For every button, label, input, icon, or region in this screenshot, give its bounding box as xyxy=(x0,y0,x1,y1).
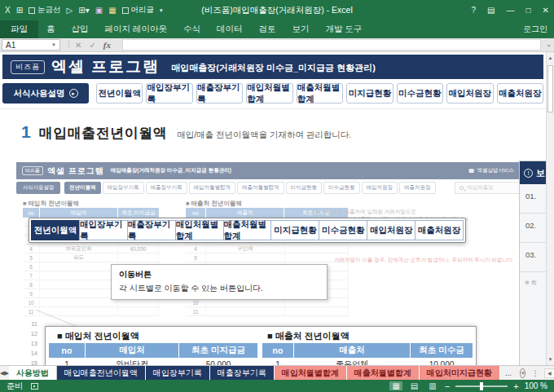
horizontal-scrollbar[interactable]: ◀ ▶ xyxy=(544,368,554,378)
minimize-icon[interactable]: — xyxy=(507,6,515,15)
nav-button[interactable]: 매입처원장 xyxy=(446,83,493,104)
ribbon-tab[interactable]: 홈 xyxy=(38,20,64,38)
header-divider xyxy=(0,108,554,109)
ribbon-tab[interactable]: 보기 xyxy=(284,20,317,38)
preview-search-text: 매입매출장 xyxy=(467,184,494,192)
program-banner: 비즈폼 엑셀 프로그램 매입매출장(거래처원장 미수금_미지급금 현황관리) xyxy=(2,55,543,79)
sheet-tab-sales-ledger[interactable]: 매출장부기록 xyxy=(210,366,275,380)
nav-button[interactable]: 매출처월별합계 xyxy=(297,83,343,104)
scroll-up-icon[interactable]: ▲ xyxy=(547,52,554,64)
nav-button[interactable]: 매출처원장 xyxy=(497,83,543,104)
ribbon-tab[interactable]: 개발 도구 xyxy=(317,20,370,38)
nav-button[interactable]: 전년이월액 xyxy=(96,83,143,104)
namebox-dropdown-icon[interactable]: ▼ xyxy=(51,42,56,47)
preview-search-box: 매입매출장 xyxy=(455,182,520,194)
preview-purchase-title: ■ 매입처 전년이월액 xyxy=(23,200,160,208)
search-icon xyxy=(459,186,464,190)
nav-button[interactable]: 미지급현황 xyxy=(346,83,393,104)
ribbon-tab[interactable]: 수식 xyxy=(175,20,209,38)
zoom-slider[interactable] xyxy=(455,385,508,387)
close-icon[interactable]: ✕ xyxy=(543,6,549,15)
confirm-entry-icon[interactable]: ✓ xyxy=(89,41,95,50)
guide-button[interactable]: 서식사용설명▸ xyxy=(2,83,89,104)
name-box[interactable]: A1▼ xyxy=(2,39,60,51)
sheet-tab-carryover[interactable]: 매입매출전년이월액 xyxy=(57,366,146,380)
gridlines-toggle[interactable]: 눈금선 xyxy=(29,5,61,15)
preview-warning-text: 거래처명이 다를 경우, 잔액계산 오류가 발생하니, 주의하여 주시기 바랍니… xyxy=(334,257,520,264)
ribbon-tab[interactable]: 데이터 xyxy=(209,20,251,38)
side-panel-header: ! 보 xyxy=(520,161,546,184)
preview-nav-button: 매입처월별합계 xyxy=(189,182,236,194)
sheet-tab-purchase-monthly[interactable]: 매입처월별합계 xyxy=(275,366,347,380)
ribbon-tab[interactable]: 검토 xyxy=(250,20,284,38)
macro-record-icon[interactable] xyxy=(31,383,38,390)
side-panel-item[interactable]: 03. xyxy=(520,243,546,272)
sheet-tab-purchase-ledger[interactable]: 매입장부기록 xyxy=(146,366,210,380)
side-panel-list: 01.02.03. xyxy=(520,184,546,272)
nav-button[interactable]: 미수금현황 xyxy=(397,83,443,104)
status-bar: 준비 ▦ ▤ ▥ − + 100 % xyxy=(0,380,554,392)
add-sheet-icon[interactable]: + xyxy=(520,368,525,378)
preview-nav-button: 매출장부기록 xyxy=(146,182,187,194)
qat-menu-icon[interactable]: ▾ xyxy=(160,7,163,13)
zoom-out-icon[interactable]: − xyxy=(445,381,450,391)
side-panel: ! 보 01.02.03. ※ 최 xyxy=(519,161,546,375)
scroll-down-icon[interactable]: ▼ xyxy=(547,354,554,365)
vertical-scrollbar-thumb[interactable] xyxy=(547,65,553,112)
zoom-level[interactable]: 100 % xyxy=(525,381,547,390)
zoom-slider-thumb[interactable] xyxy=(480,382,483,390)
sheet-tab-usage[interactable]: 사용방법 xyxy=(9,366,57,380)
formula-input[interactable] xyxy=(122,39,541,51)
header-toggle[interactable]: 머리글 xyxy=(122,5,155,15)
gridlines-checkbox[interactable] xyxy=(29,7,35,14)
sheet-tab-sales-monthly[interactable]: 매출처월별합계 xyxy=(347,366,420,380)
login-link[interactable]: 로그인 xyxy=(523,20,547,38)
normal-view-icon[interactable]: ▦ xyxy=(389,381,402,390)
nav-button[interactable]: 매출장부기록 xyxy=(196,83,243,104)
more-sheets-indicator[interactable]: ... xyxy=(500,366,517,380)
grid-row-number: 14 xyxy=(24,350,37,359)
vertical-scrollbar[interactable]: ▲ ▼ xyxy=(546,52,554,365)
preview-table-row: 4 파워포인트 40,000 xyxy=(23,244,160,253)
help-icon[interactable]: ? xyxy=(472,6,477,15)
tooltip-title: 이동버튼 xyxy=(119,269,319,280)
ribbon-tab[interactable]: 파일 xyxy=(0,20,38,38)
preview-sales-title: ■ 매출처 전년이월액 xyxy=(186,200,349,208)
header-checkbox[interactable] xyxy=(122,7,129,14)
nav-button[interactable]: 매입장부기록 xyxy=(146,83,192,104)
pointer-icon[interactable]: ▷ xyxy=(67,7,73,15)
title-bar: X ⊞ 눈금선 ▷ ⊞▾ ▣ ▦ 머리글 ▾ (비즈폼)매입매출장(거래처원장)… xyxy=(0,0,554,20)
ribbon-tab[interactable]: 페이지 레이아웃 xyxy=(97,20,175,38)
save-icon[interactable]: ▣ xyxy=(95,7,103,15)
preview-table-row: 5 워드 xyxy=(23,253,160,262)
formula-bar-expand-icon[interactable]: ⌄ xyxy=(546,41,552,48)
cancel-entry-icon[interactable]: ✕ xyxy=(75,41,81,50)
window-title: (비즈폼)매입매출장(거래처원장) - Excel xyxy=(201,5,353,16)
scroll-left-icon[interactable]: ◀ xyxy=(545,370,553,376)
ribbon-options-icon[interactable]: ▤ xyxy=(487,6,495,15)
restore-icon[interactable]: □ xyxy=(526,6,531,15)
callout-nav-button: 매입처원장 xyxy=(367,220,416,240)
insert-function-icon[interactable]: fx xyxy=(103,40,111,50)
side-panel-item[interactable]: 02. xyxy=(520,214,546,243)
zoom-in-icon[interactable]: + xyxy=(513,381,518,391)
ribbon-tab[interactable]: 삽입 xyxy=(64,20,97,38)
quick-access-toolbar: X ⊞ 눈금선 ▷ ⊞▾ ▣ ▦ 머리글 ▾ xyxy=(5,0,163,20)
page-layout-view-icon[interactable]: ▤ xyxy=(408,381,420,390)
preview-service-link: ☎엑셀상담서비스 xyxy=(468,167,514,174)
section-heading: 1 매입매출전년이월액 매입/매출 전년이월액을 기재하여 관리합니다. xyxy=(21,122,351,143)
page-break-view-icon[interactable]: ▥ xyxy=(426,381,438,390)
grid-row-number: 11 xyxy=(24,320,37,330)
preview-brand-badge: 비즈폼 xyxy=(22,166,43,175)
preview-nav-button: 매입처원장 xyxy=(362,182,398,194)
nav-button[interactable]: 매입처월별합계 xyxy=(246,83,292,104)
sheet-tab-payables[interactable]: 매입처미지급현황 xyxy=(420,366,500,380)
table-icon[interactable]: ▦ xyxy=(108,7,116,15)
magnified-sales-title: ■ 매출처 전년이월액 xyxy=(267,330,350,342)
callout-nav-button: 매출처월별합계 xyxy=(223,220,272,240)
side-panel-item[interactable]: 01. xyxy=(520,184,546,214)
borders-icon[interactable]: ⊞▾ xyxy=(78,7,89,15)
preview-nav-button: 미수금현황 xyxy=(323,182,360,194)
lightbulb-icon: ! xyxy=(524,169,533,178)
window-icon[interactable]: ⊞ xyxy=(16,7,23,15)
